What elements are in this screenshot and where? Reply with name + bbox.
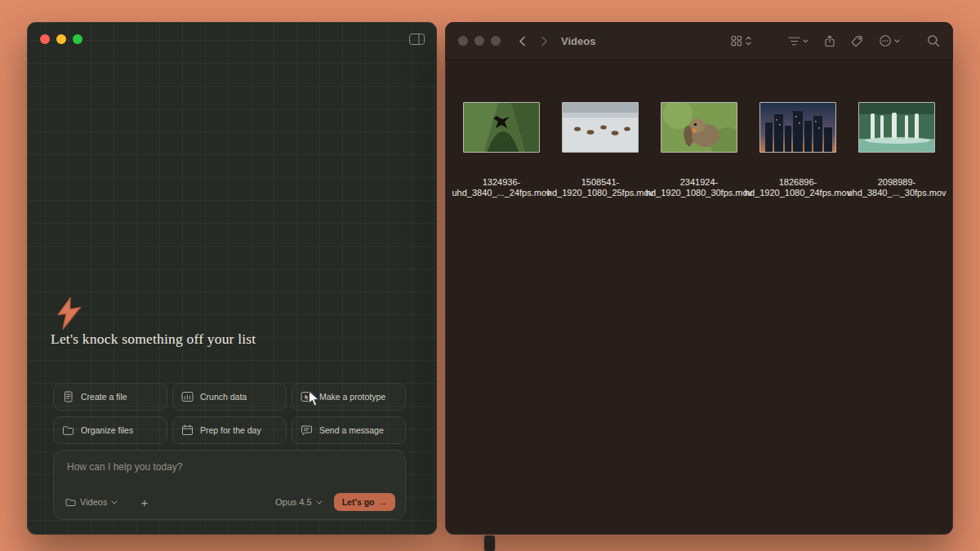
context-folder-label: Videos xyxy=(80,497,107,507)
chart-icon xyxy=(181,391,194,402)
file-icon xyxy=(62,391,74,402)
minimize-button[interactable] xyxy=(474,36,484,46)
calendar-icon xyxy=(181,424,194,436)
message-icon xyxy=(301,424,313,436)
video-thumbnail-waterfalls xyxy=(858,102,935,153)
action-label: Prep for the day xyxy=(200,425,261,435)
chevron-down-icon xyxy=(803,39,808,43)
cowork-logo-icon xyxy=(53,296,86,334)
file-item[interactable]: 1324936- uhd_3840_..._24fps.mov xyxy=(456,81,547,198)
search-button[interactable] xyxy=(927,34,940,47)
dock-item-peek xyxy=(484,535,495,551)
minimize-button[interactable] xyxy=(56,34,66,44)
tag-button[interactable] xyxy=(851,35,863,47)
file-grid: 1324936- uhd_3840_..._24fps.mov xyxy=(445,81,953,198)
window-title: Videos xyxy=(561,35,595,47)
composer: How can I help you today? Videos + Opus … xyxy=(53,450,406,520)
make-prototype-button[interactable]: Make a prototype xyxy=(292,383,406,411)
video-thumbnail-forest-valley xyxy=(463,102,540,153)
finder-window: Videos xyxy=(445,22,953,535)
context-folder-selector[interactable]: Videos xyxy=(65,497,118,507)
arrow-right-icon: → xyxy=(379,497,388,507)
page-title: Let's knock something off your list xyxy=(51,331,256,348)
zoom-button[interactable] xyxy=(491,36,501,46)
search-icon xyxy=(927,34,940,47)
forward-button[interactable] xyxy=(541,36,548,47)
back-button[interactable] xyxy=(519,36,526,47)
toolbar-actions xyxy=(731,34,940,47)
organize-files-button[interactable]: Organize files xyxy=(53,416,167,444)
lets-go-label: Let's go xyxy=(342,497,375,507)
more-actions-control[interactable] xyxy=(879,34,900,47)
finder-toolbar: Videos xyxy=(445,22,953,60)
prototype-icon xyxy=(301,391,313,402)
view-options-control[interactable] xyxy=(731,35,751,47)
action-label: Send a message xyxy=(319,425,384,435)
tag-icon xyxy=(851,35,863,47)
action-label: Create a file xyxy=(81,392,127,402)
file-item[interactable]: 2341924- hd_1920_1080_30fps.mov xyxy=(653,81,745,198)
share-button[interactable] xyxy=(824,35,835,47)
action-label: Crunch data xyxy=(200,392,247,402)
group-by-control[interactable] xyxy=(788,36,808,47)
chevron-down-icon xyxy=(894,39,900,43)
zoom-button[interactable] xyxy=(73,34,82,44)
chevron-down-icon xyxy=(316,500,323,504)
window-controls xyxy=(458,36,501,46)
chat-input[interactable]: How can I help you today? xyxy=(54,451,405,473)
model-selector[interactable]: Opus 4.5 xyxy=(275,497,323,507)
file-name: 1324936- uhd_3840_..._24fps.mov xyxy=(452,177,550,198)
navigation xyxy=(519,36,548,47)
create-file-button[interactable]: Create a file xyxy=(53,383,167,411)
file-item[interactable]: 1826896- hd_1920_1080_24fps.mov xyxy=(752,81,844,198)
folder-icon xyxy=(65,498,76,507)
action-label: Organize files xyxy=(81,425,133,435)
video-thumbnail-city-dusk xyxy=(760,102,836,153)
quick-actions: Create a file Crunch data Make a prototy… xyxy=(53,383,406,444)
close-button[interactable] xyxy=(458,36,468,46)
send-message-button[interactable]: Send a message xyxy=(292,416,406,444)
video-thumbnail-deer-in-snow xyxy=(562,102,639,153)
file-name: 2341924- hd_1920_1080_30fps.mov xyxy=(646,177,752,198)
file-name: 1826896- hd_1920_1080_24fps.mov xyxy=(745,177,851,198)
file-name: 1508541- hd_1920_1080_25fps.mov xyxy=(547,177,653,198)
file-name: 2098989- uhd_3840_..._30fps.mov xyxy=(847,177,946,198)
window-controls xyxy=(40,34,82,44)
more-icon xyxy=(879,34,892,47)
crunch-data-button[interactable]: Crunch data xyxy=(172,383,287,411)
desktop: { "colors": { "desktop": "#dd8a66", "acc… xyxy=(0,0,980,551)
chevron-up-down-icon xyxy=(746,36,751,46)
cowork-window: Let's knock something off your list Crea… xyxy=(27,22,437,535)
prep-for-day-button[interactable]: Prep for the day xyxy=(172,416,287,444)
share-icon xyxy=(824,35,835,47)
video-thumbnail-squirrel xyxy=(661,102,737,153)
close-button[interactable] xyxy=(40,34,50,44)
file-item[interactable]: 2098989- uhd_3840_..._30fps.mov xyxy=(851,81,942,198)
chevron-down-icon xyxy=(111,500,118,504)
sidebar-toggle-icon[interactable] xyxy=(409,33,425,48)
composer-toolbar: Videos + Opus 4.5 Let's go → xyxy=(65,493,395,511)
add-attachment-button[interactable]: + xyxy=(140,496,148,509)
file-item[interactable]: 1508541- hd_1920_1080_25fps.mov xyxy=(555,81,646,198)
action-label: Make a prototype xyxy=(319,392,385,402)
lets-go-button[interactable]: Let's go → xyxy=(334,493,395,511)
folder-icon xyxy=(62,424,74,436)
group-icon xyxy=(788,36,800,47)
grid-view-icon xyxy=(731,35,743,47)
model-label: Opus 4.5 xyxy=(275,497,312,507)
